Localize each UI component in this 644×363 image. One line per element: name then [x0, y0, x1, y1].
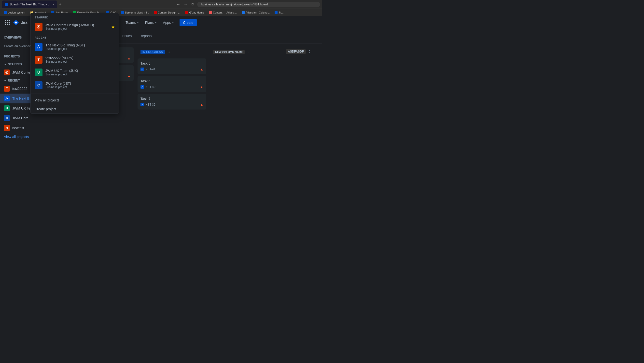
bookmark-icon [274, 11, 278, 14]
dropdown-project-icon [35, 43, 42, 51]
tab-bar: Board - The Next Big Thing - Ji × + [2, 0, 174, 8]
card-task6[interactable]: Task 6 NBT-40 ▲ [138, 76, 206, 92]
tab-reports[interactable]: Reports [138, 32, 152, 40]
tab-close-button[interactable]: × [52, 3, 54, 6]
nav-plans[interactable]: Plans ▼ [143, 19, 160, 26]
bookmark-gday[interactable]: G'day Home [183, 10, 206, 15]
dropdown-project-icon: T [35, 56, 42, 64]
asdfasdf-column-header: ASDFASDF 0 [283, 48, 322, 56]
card-task5[interactable]: Task 5 NBT-41 ▲ [138, 58, 206, 74]
dropdown-item-jux[interactable]: U JWM UX Team (JUX) Business project [31, 66, 119, 79]
svg-point-2 [6, 72, 7, 73]
bookmark-server[interactable]: Server to cloud mi... [119, 10, 151, 15]
active-tab[interactable]: Board - The Next Big Thing - Ji × [2, 0, 57, 8]
bookmark-content-atlassi[interactable]: Content — Atlassi... [207, 10, 239, 15]
card-checkbox[interactable] [140, 68, 144, 71]
browser-chrome: Board - The Next Big Thing - Ji × + ← → … [0, 0, 322, 9]
nav-controls: ← → ↻ [175, 1, 195, 8]
dropdown-item-nfrn[interactable]: T test22222 (NFRN) Business project [31, 53, 119, 66]
apps-chevron: ▼ [172, 21, 174, 24]
project-icon: N [4, 125, 10, 131]
inprogress-column: IN PROGRESS 3 ··· Task 5 NBT-41 ▲ [138, 48, 206, 138]
sidebar-item-newtest[interactable]: N newtest [0, 123, 59, 133]
teams-chevron: ▼ [137, 21, 139, 24]
project-icon: C [4, 115, 10, 121]
card-task7[interactable]: Task 7 NBT-39 ▲ [138, 94, 206, 110]
reload-button[interactable]: ↻ [190, 1, 195, 8]
dropdown-divider [31, 94, 119, 94]
jira-logo[interactable]: Jira [13, 20, 28, 26]
dropdown-item-nbt[interactable]: The Next Big Thing (NBT) Business projec… [31, 40, 119, 53]
back-button[interactable]: ← [175, 1, 181, 8]
bookmark-icon [209, 11, 212, 14]
tab-issues[interactable]: Issues [121, 32, 133, 40]
create-project-dropdown-link[interactable]: Create project [31, 105, 119, 114]
dropdown-project-icon: C [35, 81, 42, 89]
bookmark-icon [154, 11, 157, 14]
asdfasdf-badge: ASDFASDF [286, 49, 306, 54]
svg-point-0 [15, 22, 17, 23]
newcolname-more-button[interactable]: ··· [272, 49, 276, 54]
starred-icon: ★ [111, 24, 115, 29]
chevron-down-icon [4, 63, 6, 66]
view-all-projects-sidebar-link[interactable]: View all projects [0, 133, 59, 141]
bookmark-icon [4, 11, 7, 14]
bookmark-icon [121, 11, 124, 14]
bookmark-design-system[interactable]: design system [2, 10, 27, 15]
bookmark-icon [242, 11, 245, 14]
forward-button[interactable]: → [183, 1, 189, 8]
newcolname-badge: NEW COLUMN NAME [213, 50, 245, 54]
inprogress-column-header: IN PROGRESS 3 ··· [138, 48, 206, 56]
dropdown-item-jwmcd[interactable]: JWM Content Design (JWMCD) Business proj… [31, 20, 119, 33]
tab-title: Board - The Next Big Thing - Ji [10, 3, 50, 6]
inprogress-more-button[interactable]: ··· [200, 49, 203, 54]
view-all-projects-dropdown-link[interactable]: View all projects [31, 96, 119, 105]
jira-app: Jira Your work ▼ Projects ▼ Filters ▼ Da… [0, 16, 322, 182]
svg-point-4 [38, 26, 39, 28]
dropdown-project-icon: U [35, 68, 42, 76]
nav-teams[interactable]: Teams ▼ [123, 19, 142, 26]
projects-dropdown: STARRED JWM Content Design (JWMCD) Busin… [30, 13, 119, 114]
dropdown-item-jet[interactable]: C JWM Core (JET) Business project [31, 79, 119, 92]
project-icon: T [4, 86, 10, 92]
address-bar[interactable]: jbusiness.atlassian.net/jira/core/projec… [197, 2, 320, 7]
project-icon [4, 96, 10, 102]
bookmark-atlassian-cal[interactable]: Atlassian - Calend... [240, 10, 272, 15]
inprogress-badge: IN PROGRESS [140, 50, 165, 54]
card-checkbox[interactable] [140, 103, 144, 106]
jira-logo-text: Jira [21, 20, 28, 25]
nav-apps[interactable]: Apps ▼ [160, 19, 176, 26]
project-icon [4, 70, 10, 76]
new-tab-button[interactable]: + [58, 1, 62, 8]
apps-grid-icon[interactable] [4, 19, 11, 26]
project-icon: U [4, 105, 10, 111]
jira-logo-icon [13, 20, 19, 26]
newcolname-column: NEW COLUMN NAME 0 ··· [210, 48, 279, 138]
chevron-down-icon-recent [4, 79, 6, 82]
create-button[interactable]: Create [180, 19, 197, 26]
dropdown-recent-label: RECENT [31, 33, 119, 40]
asdfasdf-column: ASDFASDF 0 [283, 48, 322, 138]
tab-favicon [5, 3, 8, 6]
dropdown-starred-label: STARRED [31, 13, 119, 20]
bookmark-jir[interactable]: Jir... [273, 10, 286, 15]
card-checkbox[interactable] [140, 85, 144, 89]
dropdown-project-icon [35, 23, 42, 31]
newcolname-column-header: NEW COLUMN NAME 0 ··· [210, 48, 279, 56]
plans-chevron: ▼ [155, 21, 157, 24]
sidebar-item-jwm-core[interactable]: C JWM Core [0, 113, 59, 123]
bookmark-icon [185, 11, 188, 14]
bookmark-content-design[interactable]: Content Design -... [152, 10, 182, 15]
